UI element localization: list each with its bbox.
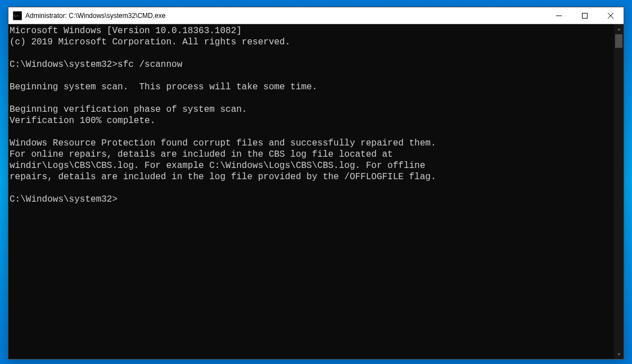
- cmd-icon: C:\: [13, 11, 22, 20]
- scroll-up-button[interactable]: [614, 24, 624, 34]
- maximize-icon: [582, 13, 588, 19]
- svg-rect-3: [583, 13, 588, 18]
- window-controls: [546, 7, 624, 24]
- scroll-up-icon: [617, 27, 621, 31]
- svg-text:C:\: C:\: [14, 13, 19, 18]
- scroll-down-button[interactable]: [614, 349, 624, 359]
- maximize-button[interactable]: [572, 7, 598, 24]
- cmd-window: C:\ Administrator: C:\Windows\system32\C…: [8, 7, 624, 360]
- vertical-scrollbar[interactable]: [614, 24, 624, 359]
- close-button[interactable]: [598, 7, 624, 24]
- scroll-down-icon: [617, 352, 621, 357]
- console-area[interactable]: Microsoft Windows [Version 10.0.18363.10…: [8, 24, 624, 359]
- close-icon: [608, 13, 613, 19]
- window-title: Administrator: C:\Windows\system32\CMD.e…: [25, 12, 546, 20]
- scrollbar-thumb[interactable]: [615, 34, 622, 48]
- titlebar[interactable]: C:\ Administrator: C:\Windows\system32\C…: [8, 7, 624, 24]
- minimize-icon: [556, 13, 562, 19]
- minimize-button[interactable]: [546, 7, 572, 24]
- console-output: Microsoft Windows [Version 10.0.18363.10…: [8, 24, 614, 359]
